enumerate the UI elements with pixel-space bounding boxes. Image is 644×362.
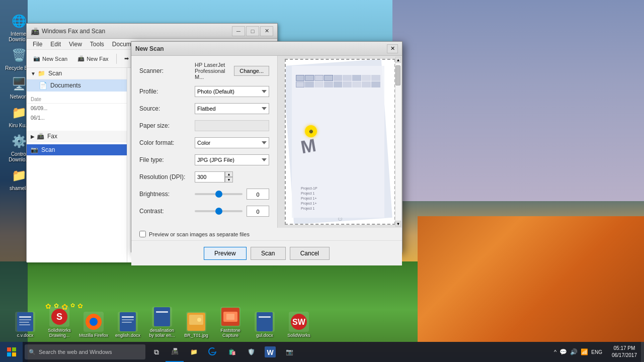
svg-rect-27 [7, 352, 11, 356]
bottom-icon-solidworks-draw[interactable]: S SolidWorks Drawing... [44, 307, 74, 338]
contrast-track[interactable] [195, 210, 243, 212]
taskbar-word-btn[interactable]: W [261, 342, 279, 362]
bottom-icon-br-jpg[interactable]: BR_T01.jpg [181, 312, 211, 338]
brightness-thumb[interactable] [215, 191, 222, 198]
nav-fax-section[interactable]: ▶ 📠 Fax [27, 131, 127, 142]
menu-tools[interactable]: Tools [86, 40, 108, 49]
cancel-button[interactable]: Cancel [290, 247, 330, 260]
contrast-row: Contrast: 0 [139, 206, 269, 217]
minimize-button[interactable]: ─ [232, 26, 245, 36]
fax-expand-icon: ▶ [31, 134, 35, 139]
new-scan-toolbar-btn[interactable]: 📷 New Scan [29, 53, 72, 64]
bottom-icon-br-jpg-label: BR_T01.jpg [184, 333, 208, 338]
maximize-button[interactable]: □ [246, 26, 259, 36]
bottom-icon-solidworks[interactable]: SW SolidWorks [284, 312, 314, 338]
close-button[interactable]: ✕ [260, 26, 273, 36]
show-desktop-button[interactable] [641, 342, 644, 362]
dialog-body: Scanner: HP LaserJet Professional M... C… [131, 56, 402, 228]
color-format-select[interactable]: Color Grayscale Black and White [195, 137, 269, 148]
scanner-row: Scanner: HP LaserJet Professional M... C… [139, 62, 269, 80]
tray-lang[interactable]: ENG [590, 349, 604, 355]
bottom-icon-desalination[interactable]: desalination by solar en... [147, 307, 177, 338]
tray-volume-icon[interactable]: 🔊 [569, 348, 579, 355]
taskbar-clock[interactable]: 05:17 PM 06/17/2017 [608, 345, 641, 359]
svg-rect-13 [154, 307, 170, 326]
tray-chat-icon[interactable]: 💬 [558, 348, 569, 355]
scan-button[interactable]: Scan [251, 247, 286, 260]
new-fax-toolbar-btn[interactable]: 📠 New Fax [73, 53, 113, 64]
nav-pane: ▼ 📁 Scan 📄 Documents Date 06/09... [27, 68, 127, 262]
paper-size-input[interactable] [195, 120, 269, 131]
nav-date-section: Date 06/09... 06/1... [27, 96, 127, 123]
search-icon: 🔍 [29, 349, 36, 355]
change-scanner-button[interactable]: Change... [234, 66, 269, 76]
bottom-icon-solidworks-draw-label: SolidWorks Drawing... [44, 328, 74, 338]
task-view-button[interactable]: ⧉ [147, 342, 166, 362]
fax-scan-titlebar[interactable]: 📠 Windows Fax and Scan ─ □ ✕ [27, 24, 277, 39]
start-button[interactable] [0, 342, 23, 362]
resolution-input[interactable] [195, 171, 225, 183]
bottom-icon-cv[interactable]: c.v.docx [10, 312, 40, 338]
bottom-icon-firefox[interactable]: Mozilla Firefox [78, 312, 109, 338]
menu-view[interactable]: View [65, 40, 86, 49]
taskbar-edge-btn[interactable] [204, 342, 222, 362]
scan-doc-main: M Project-1P Project 1 Project 1+ Projec… [292, 66, 384, 218]
color-format-label: Color format: [139, 139, 195, 146]
nav-item-documents[interactable]: 📄 Documents [27, 79, 127, 92]
new-scan-dialog: New Scan ✕ Scanner: HP LaserJet Professi… [131, 41, 403, 252]
scan-text-area: Project-1P Project 1 Project 1+ Project … [301, 187, 379, 210]
fax-scan-window-icon: 📠 [31, 27, 39, 35]
bottom-icon-faststone[interactable]: Faststone Capture [215, 307, 246, 338]
nav-scan-icon: 📁 [38, 70, 45, 77]
contrast-thumb[interactable] [215, 208, 222, 215]
svg-rect-4 [19, 324, 30, 325]
date-header-col: Date [27, 96, 127, 104]
svg-text:SW: SW [292, 318, 306, 326]
sky-right [392, 0, 644, 201]
spin-up-button[interactable]: ▲ [225, 171, 233, 177]
nav-section-scan[interactable]: ▼ 📁 Scan [27, 68, 127, 79]
resolution-spinner[interactable]: ▲ ▼ [225, 171, 233, 183]
dialog-close-button[interactable]: ✕ [387, 44, 398, 53]
scroll-up-arrow[interactable]: ▲ [395, 57, 401, 63]
scan-icon-2: 📷 [31, 146, 38, 153]
file-type-select[interactable]: JPG (JPG File) PNG PDF TIFF [195, 154, 269, 165]
nav-scan-item-selected[interactable]: 📷 Scan [27, 144, 127, 155]
menu-edit[interactable]: Edit [46, 40, 65, 49]
taskbar-search[interactable]: 🔍 Search the web and Windows [25, 344, 145, 359]
spin-down-button[interactable]: ▼ [225, 177, 233, 183]
scan-grid [292, 71, 384, 131]
scan-cell [296, 75, 305, 81]
source-select[interactable]: Flatbed Feeder [195, 103, 269, 114]
taskbar-red-btn[interactable]: 🛡️ [242, 342, 260, 362]
profile-select[interactable]: Photo (Default) Documents Custom [195, 86, 269, 97]
paper-size-label: Paper size: [139, 122, 195, 129]
brightness-track[interactable] [195, 193, 243, 195]
date-row-1[interactable]: 06/09... [27, 104, 127, 113]
date-row-2[interactable]: 06/1... [27, 113, 127, 123]
bottom-icon-english-doc[interactable]: english.docx [113, 312, 143, 338]
brightness-slider-container [195, 193, 243, 195]
taskbar-fax-scan-btn[interactable]: 📠 [166, 342, 184, 362]
scroll-thumb[interactable] [395, 65, 400, 85]
dialog-left-panel: Scanner: HP LaserJet Professional M... C… [131, 56, 277, 228]
svg-rect-22 [259, 316, 271, 318]
menu-file[interactable]: File [29, 40, 46, 49]
bottom-icon-cv-label: c.v.docx [17, 333, 33, 338]
fax-nav-icon: 📠 [37, 133, 44, 140]
bottom-icon-gul-docx-label: gul.docx [256, 333, 273, 338]
taskbar-extra-btn[interactable]: 📷 [280, 342, 298, 362]
tray-network-icon[interactable]: 📶 [579, 348, 590, 355]
svg-rect-28 [12, 352, 16, 356]
taskbar-store-btn[interactable]: 🛍️ [223, 342, 241, 362]
preview-scrollbar[interactable]: ▲ ▼ [395, 57, 401, 227]
separate-files-checkbox[interactable] [139, 231, 146, 237]
tray-expand[interactable]: ^ [552, 349, 558, 355]
preview-button[interactable]: Preview [204, 247, 247, 260]
bottom-icon-gul-docx[interactable]: gul.docx [250, 312, 280, 338]
dialog-titlebar[interactable]: New Scan ✕ [131, 42, 402, 56]
resolution-label: Resolution (DPI): [139, 173, 195, 180]
taskbar-explorer-btn[interactable]: 📁 [185, 342, 203, 362]
fax-scan-window-title: Windows Fax and Scan [42, 28, 232, 35]
scroll-down-arrow[interactable]: ▼ [395, 221, 401, 227]
